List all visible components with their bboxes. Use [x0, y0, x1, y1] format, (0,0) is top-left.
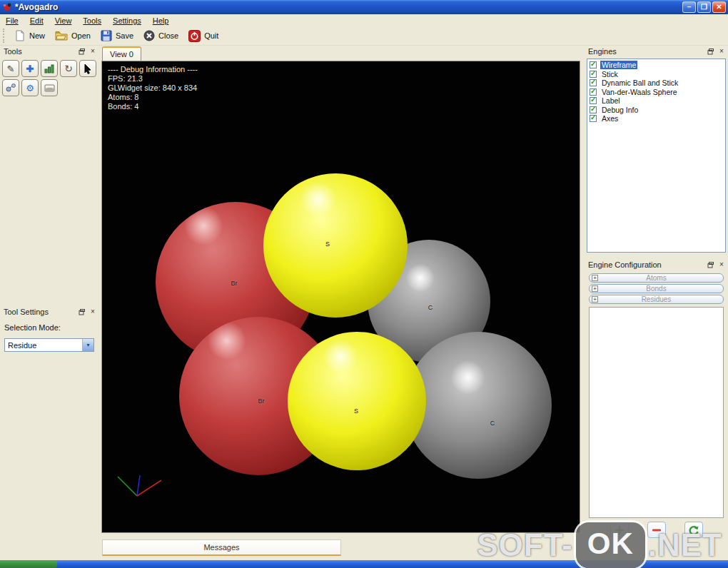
main-toolbar: NewOpenSaveCloseQuit	[0, 26, 728, 46]
view-tab-bar: View 0	[101, 46, 583, 61]
select-tool-button[interactable]	[79, 60, 96, 77]
new-file-icon	[14, 30, 26, 41]
float-dock-icon[interactable]	[77, 308, 86, 316]
float-dock-icon[interactable]	[706, 260, 714, 269]
atom-label: Br	[258, 397, 265, 405]
menu-bar: FileEditViewToolsSettingsHelp	[0, 14, 728, 26]
close-dock-icon[interactable]: ×	[717, 260, 726, 269]
restore-button[interactable]: ❐	[697, 1, 711, 13]
close-dock-icon[interactable]: ×	[89, 308, 97, 316]
refresh-engines-button[interactable]	[684, 522, 703, 538]
menu-item-edit[interactable]: Edit	[24, 16, 49, 26]
atom-label: S	[325, 240, 330, 248]
engine-config-dock: Engine Configuration × +Atoms+Bonds+Resi…	[585, 259, 728, 538]
engine-config-settings-area	[589, 307, 724, 518]
engine-row-van-der-waals-sphere[interactable]: ✓Van-der-Waals Sphere	[590, 88, 725, 96]
tab-view-0[interactable]: View 0	[102, 46, 141, 61]
atom-s[interactable]	[288, 332, 426, 470]
menu-item-settings[interactable]: Settings	[107, 16, 147, 26]
engine-checkbox[interactable]: ✓	[590, 61, 597, 69]
menu-item-file[interactable]: File	[0, 16, 24, 26]
debug-line: Bonds: 4	[108, 102, 198, 111]
gl-viewport[interactable]: BrCSBrCS ---- Debug Information ----FPS:…	[101, 61, 580, 533]
engine-row-label[interactable]: ✓Label	[590, 96, 725, 105]
rotate-tool-button[interactable]: ↻	[60, 60, 77, 77]
engine-row-wireframe[interactable]: ✓Wireframe	[590, 61, 725, 69]
engine-checkbox[interactable]: ✓	[590, 88, 597, 96]
chart-bars-icon	[44, 64, 55, 73]
close-dock-icon[interactable]: ×	[89, 47, 97, 56]
close-button[interactable]: Close	[140, 28, 185, 44]
float-dock-icon[interactable]	[706, 47, 714, 56]
engine-row-stick[interactable]: ✓Stick	[590, 70, 725, 78]
new-button[interactable]: New	[11, 28, 51, 44]
engine-label: Debug Info	[600, 106, 639, 114]
engine-config-dock-header: Engine Configuration ×	[585, 259, 728, 270]
menu-item-help[interactable]: Help	[147, 16, 175, 26]
engine-checkbox[interactable]: ✓	[590, 106, 597, 113]
expand-icon[interactable]: +	[592, 296, 598, 303]
close-dock-icon[interactable]: ×	[717, 47, 726, 56]
save-button-label: Save	[116, 31, 133, 40]
pencil-icon: ✎	[7, 64, 15, 73]
add-engine-button[interactable]	[610, 522, 629, 538]
menu-item-tools[interactable]: Tools	[77, 16, 107, 26]
engine-label: Axes	[600, 114, 620, 123]
atom-c[interactable]	[405, 332, 552, 479]
engine-checkbox[interactable]: ✓	[590, 71, 597, 78]
navigate-tool-button[interactable]: ✚	[21, 60, 39, 77]
engines-list: ✓Wireframe✓Stick✓Dynamic Ball and Stick✓…	[587, 59, 726, 253]
engine-row-dynamic-ball-and-stick[interactable]: ✓Dynamic Ball and Stick	[590, 78, 725, 87]
config-section-bonds[interactable]: +Bonds	[589, 284, 724, 293]
expand-icon[interactable]: +	[592, 285, 598, 292]
right-dock: Engines × ✓Wireframe✓Stick✓Dynamic Ball …	[585, 46, 728, 560]
config-section-residues[interactable]: +Residues	[589, 295, 724, 304]
messages-dock-toggle[interactable]: Messages	[102, 539, 341, 556]
checkmark-icon: ✓	[590, 113, 596, 121]
navigate-cross-icon: ✚	[26, 64, 34, 73]
engine-checkbox[interactable]: ✓	[590, 79, 597, 86]
engine-config-sections: +Atoms+Bonds+Residues	[585, 270, 728, 305]
toolbar-grip[interactable]	[3, 29, 8, 43]
align-tool-button[interactable]	[41, 79, 58, 96]
engine-row-axes[interactable]: ✓Axes	[590, 114, 725, 123]
close-button-label: Close	[158, 31, 178, 40]
rotate-icon: ↻	[64, 64, 73, 73]
auto-optimize-tool-button[interactable]: ⚙	[21, 79, 39, 96]
gear-icon: ⚙	[26, 83, 34, 93]
float-dock-icon[interactable]	[77, 47, 86, 56]
measure-tool-button[interactable]	[41, 60, 58, 77]
atom-s[interactable]	[263, 173, 408, 318]
expand-icon[interactable]: +	[592, 275, 598, 281]
start-button-fragment[interactable]	[0, 560, 57, 568]
selection-mode-label: Selection Mode:	[4, 323, 95, 332]
engine-row-debug-info[interactable]: ✓Debug Info	[590, 106, 725, 114]
engine-label: Wireframe	[600, 61, 637, 69]
engine-checkbox[interactable]: ✓	[590, 115, 597, 122]
debug-line: ---- Debug Information ----	[108, 65, 198, 74]
open-button[interactable]: Open	[51, 28, 97, 44]
checkmark-icon: ✓	[590, 60, 596, 68]
open-button-label: Open	[71, 31, 91, 40]
config-section-atoms[interactable]: +Atoms	[589, 273, 724, 283]
minimize-button[interactable]: –	[682, 1, 696, 13]
save-button[interactable]: Save	[97, 28, 140, 44]
menu-item-view[interactable]: View	[49, 16, 78, 26]
left-dock: Tools × ✎✚↻⚙ Tool Settings ×	[0, 46, 99, 560]
selection-mode-value: Residue	[5, 341, 36, 350]
draw-tool-button[interactable]: ✎	[2, 60, 19, 77]
quit-button[interactable]: Quit	[185, 28, 225, 44]
checkmark-icon: ✓	[590, 69, 596, 77]
config-section-label: Bonds	[646, 285, 666, 293]
config-section-label: Residues	[642, 295, 672, 303]
selection-mode-dropdown[interactable]: Residue ▼	[4, 338, 94, 352]
chevron-down-icon[interactable]: ▼	[82, 339, 93, 351]
manipulate-tool-button[interactable]	[2, 79, 19, 96]
refresh-icon	[688, 524, 699, 536]
engine-checkbox[interactable]: ✓	[590, 97, 597, 104]
atom-label: Br	[231, 280, 238, 287]
close-window-button[interactable]: ✕	[712, 1, 726, 13]
debug-line: GLWidget size: 840 x 834	[108, 83, 198, 93]
avogadro-logo-icon	[2, 2, 12, 12]
remove-engine-button[interactable]	[647, 522, 666, 538]
